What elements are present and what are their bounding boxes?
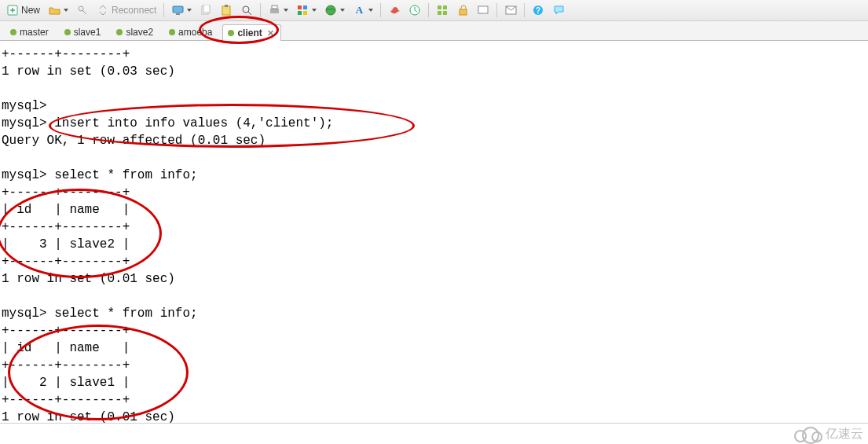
copy-icon [200,4,212,17]
monitor-icon [171,4,184,17]
svg-point-15 [326,6,335,15]
print-button[interactable] [265,2,291,18]
separator [380,3,381,17]
key-icon [76,4,89,17]
tab-slave2[interactable]: slave2 [111,24,160,40]
grid-icon [436,4,449,17]
svg-rect-17 [438,6,441,9]
chevron-down-icon [368,9,373,12]
chevron-down-icon [312,9,317,12]
bird-icon [388,4,401,17]
tab-bar: master slave1 slave2 amoeba client✕ [0,21,868,41]
globe-button[interactable] [321,2,348,18]
bird-button[interactable] [385,2,404,18]
svg-rect-22 [478,6,488,13]
print-icon [268,4,280,17]
palette-button[interactable] [293,2,320,18]
bubble-button[interactable] [549,2,568,18]
tab-label: master [20,27,49,38]
watermark-logo-icon [794,427,821,442]
help-button[interactable]: ? [529,2,548,18]
tab-label: client [237,28,262,39]
screen-button[interactable] [474,2,493,18]
status-dot-icon [169,29,175,35]
clock-button[interactable] [405,2,424,18]
copy-button[interactable] [196,2,215,18]
tab-amoeba[interactable]: amoeba [163,24,219,40]
svg-point-8 [243,6,249,13]
lock-button[interactable] [453,2,472,18]
svg-rect-10 [272,6,277,9]
svg-rect-7 [225,5,228,7]
tab-slave1[interactable]: slave1 [59,24,108,40]
tab-label: slave2 [126,27,153,38]
svg-rect-5 [203,5,210,13]
new-label: New [21,5,40,16]
status-dot-icon [10,29,16,35]
open-button[interactable] [45,2,71,18]
svg-rect-13 [298,11,302,15]
mail-icon [504,4,517,17]
new-doc-icon [6,4,19,17]
clock-icon [408,4,421,17]
font-button[interactable]: A [350,2,376,18]
folder-open-icon [48,4,60,17]
separator [163,3,164,17]
chat-icon [552,4,565,17]
status-dot-icon [228,30,234,36]
paste-button[interactable] [217,2,236,18]
key-button[interactable] [73,2,92,18]
font-icon: A [353,4,365,17]
close-icon[interactable]: ✕ [267,28,274,39]
svg-rect-19 [438,11,441,15]
svg-rect-18 [443,6,447,9]
chevron-down-icon [284,9,288,12]
tab-client[interactable]: client✕ [222,24,280,41]
grid-button[interactable] [433,2,452,18]
tab-label: slave1 [74,27,101,38]
separator [524,3,525,17]
status-dot-icon [64,29,71,35]
search-button[interactable] [237,2,256,18]
svg-rect-11 [298,6,302,9]
svg-rect-14 [303,11,307,15]
screen-icon [477,4,489,17]
tab-master[interactable]: master [5,24,56,40]
svg-rect-20 [443,11,447,15]
separator [260,3,261,17]
chevron-down-icon [340,9,345,12]
svg-rect-9 [270,9,279,13]
session-button[interactable] [168,2,195,18]
reconnect-icon [97,4,109,17]
svg-rect-3 [176,13,180,15]
svg-rect-2 [173,6,183,13]
search-icon [240,4,253,17]
chevron-down-icon [64,9,68,12]
svg-rect-21 [460,9,467,15]
toolbar: New Reconnect A ? [0,0,868,21]
terminal-output[interactable]: +------+--------+ 1 row in set (0.03 sec… [0,41,868,431]
palette-icon [296,4,309,17]
lock-icon [456,4,469,17]
help-icon: ? [532,4,544,17]
reconnect-button[interactable]: Reconnect [93,2,159,18]
svg-text:?: ? [536,6,540,15]
mail-button[interactable] [501,2,520,18]
watermark-text: 亿速云 [826,426,863,442]
paste-icon [220,4,233,17]
reconnect-label: Reconnect [112,5,156,16]
separator [496,3,497,17]
chevron-down-icon [187,9,192,12]
svg-rect-12 [303,6,307,9]
tab-label: amoeba [178,27,212,38]
globe-icon [324,4,337,17]
new-button[interactable]: New [3,2,43,18]
svg-rect-6 [222,6,230,15]
bottom-divider [0,423,868,424]
watermark: 亿速云 [794,426,863,442]
status-dot-icon [116,29,123,35]
separator [428,3,429,17]
